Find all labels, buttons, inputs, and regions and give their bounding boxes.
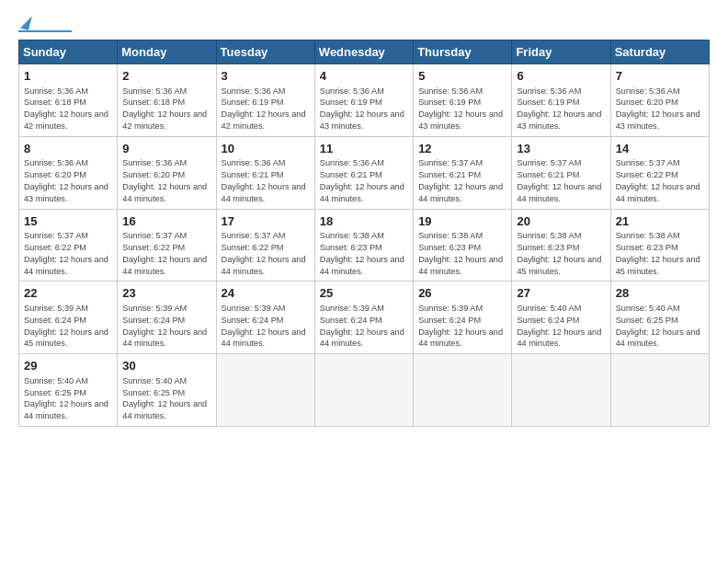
day-number: 22 xyxy=(24,285,112,302)
calendar-header-sunday: Sunday xyxy=(19,40,118,64)
day-info: Sunrise: 5:39 AMSunset: 6:24 PMDaylight:… xyxy=(320,304,404,348)
day-number: 24 xyxy=(222,285,310,302)
day-info: Sunrise: 5:36 AMSunset: 6:19 PMDaylight:… xyxy=(320,86,404,131)
day-info: Sunrise: 5:40 AMSunset: 6:25 PMDaylight:… xyxy=(122,376,207,420)
calendar-day-cell xyxy=(512,354,610,427)
day-info: Sunrise: 5:37 AMSunset: 6:22 PMDaylight:… xyxy=(122,231,207,275)
day-number: 1 xyxy=(24,68,112,85)
day-info: Sunrise: 5:37 AMSunset: 6:21 PMDaylight:… xyxy=(418,158,503,202)
day-info: Sunrise: 5:37 AMSunset: 6:22 PMDaylight:… xyxy=(222,231,306,275)
day-info: Sunrise: 5:36 AMSunset: 6:21 PMDaylight:… xyxy=(222,158,306,202)
day-number: 17 xyxy=(222,213,310,230)
day-info: Sunrise: 5:38 AMSunset: 6:23 PMDaylight:… xyxy=(320,231,404,275)
calendar-table: SundayMondayTuesdayWednesdayThursdayFrid… xyxy=(18,40,710,427)
calendar-day-cell: 13Sunrise: 5:37 AMSunset: 6:21 PMDayligh… xyxy=(512,136,610,209)
day-number: 21 xyxy=(616,213,704,230)
calendar-day-cell: 26Sunrise: 5:39 AMSunset: 6:24 PMDayligh… xyxy=(414,282,512,354)
day-info: Sunrise: 5:36 AMSunset: 6:20 PMDaylight:… xyxy=(24,158,108,202)
day-info: Sunrise: 5:39 AMSunset: 6:24 PMDaylight:… xyxy=(122,304,207,348)
calendar-header-friday: Friday xyxy=(512,40,610,64)
day-info: Sunrise: 5:37 AMSunset: 6:22 PMDaylight:… xyxy=(616,158,700,202)
calendar-day-cell: 10Sunrise: 5:36 AMSunset: 6:21 PMDayligh… xyxy=(216,136,314,209)
day-number: 14 xyxy=(616,141,704,157)
day-number: 10 xyxy=(222,141,310,157)
calendar-day-cell: 1Sunrise: 5:36 AMSunset: 6:18 PMDaylight… xyxy=(19,64,118,137)
calendar-day-cell: 7Sunrise: 5:36 AMSunset: 6:20 PMDaylight… xyxy=(610,64,709,137)
day-number: 25 xyxy=(320,285,408,302)
calendar-day-cell: 11Sunrise: 5:36 AMSunset: 6:21 PMDayligh… xyxy=(314,136,413,209)
calendar-day-cell: 15Sunrise: 5:37 AMSunset: 6:22 PMDayligh… xyxy=(19,209,118,282)
day-number: 20 xyxy=(517,213,605,230)
day-number: 13 xyxy=(517,141,605,157)
day-number: 19 xyxy=(418,213,506,230)
logo-arrow-icon xyxy=(20,14,32,30)
day-info: Sunrise: 5:39 AMSunset: 6:24 PMDaylight:… xyxy=(418,304,503,348)
calendar-day-cell xyxy=(314,354,413,427)
day-info: Sunrise: 5:38 AMSunset: 6:23 PMDaylight:… xyxy=(418,231,503,275)
header xyxy=(18,15,710,32)
calendar-day-cell xyxy=(414,354,512,427)
day-info: Sunrise: 5:36 AMSunset: 6:20 PMDaylight:… xyxy=(122,158,207,202)
calendar-day-cell: 28Sunrise: 5:40 AMSunset: 6:25 PMDayligh… xyxy=(610,282,709,354)
calendar-day-cell: 4Sunrise: 5:36 AMSunset: 6:19 PMDaylight… xyxy=(314,64,413,137)
day-info: Sunrise: 5:39 AMSunset: 6:24 PMDaylight:… xyxy=(24,304,108,348)
day-info: Sunrise: 5:37 AMSunset: 6:21 PMDaylight:… xyxy=(517,158,601,202)
calendar-week-row: 1Sunrise: 5:36 AMSunset: 6:18 PMDaylight… xyxy=(19,64,710,137)
calendar-day-cell: 20Sunrise: 5:38 AMSunset: 6:23 PMDayligh… xyxy=(512,209,610,282)
day-info: Sunrise: 5:38 AMSunset: 6:23 PMDaylight:… xyxy=(616,231,700,275)
day-number: 26 xyxy=(418,285,506,302)
calendar-day-cell: 30Sunrise: 5:40 AMSunset: 6:25 PMDayligh… xyxy=(118,354,216,427)
logo-underline xyxy=(18,30,72,32)
calendar-day-cell xyxy=(610,354,709,427)
day-info: Sunrise: 5:40 AMSunset: 6:25 PMDaylight:… xyxy=(24,376,108,420)
calendar-day-cell: 29Sunrise: 5:40 AMSunset: 6:25 PMDayligh… xyxy=(19,354,118,427)
calendar-day-cell: 27Sunrise: 5:40 AMSunset: 6:24 PMDayligh… xyxy=(512,282,610,354)
day-number: 18 xyxy=(320,213,408,230)
day-number: 12 xyxy=(418,141,506,157)
calendar-day-cell: 2Sunrise: 5:36 AMSunset: 6:18 PMDaylight… xyxy=(118,64,216,137)
calendar-header-thursday: Thursday xyxy=(414,40,512,64)
calendar-header-wednesday: Wednesday xyxy=(314,40,413,64)
day-info: Sunrise: 5:36 AMSunset: 6:19 PMDaylight:… xyxy=(517,86,601,131)
day-number: 6 xyxy=(517,68,605,85)
day-info: Sunrise: 5:39 AMSunset: 6:24 PMDaylight:… xyxy=(222,304,306,348)
day-info: Sunrise: 5:36 AMSunset: 6:19 PMDaylight:… xyxy=(222,86,306,131)
day-info: Sunrise: 5:36 AMSunset: 6:18 PMDaylight:… xyxy=(122,86,207,131)
calendar-day-cell: 14Sunrise: 5:37 AMSunset: 6:22 PMDayligh… xyxy=(610,136,709,209)
logo xyxy=(18,15,72,32)
calendar-week-row: 29Sunrise: 5:40 AMSunset: 6:25 PMDayligh… xyxy=(19,354,710,427)
calendar-day-cell: 17Sunrise: 5:37 AMSunset: 6:22 PMDayligh… xyxy=(216,209,314,282)
calendar-header-monday: Monday xyxy=(118,40,216,64)
day-number: 4 xyxy=(320,68,408,85)
day-info: Sunrise: 5:36 AMSunset: 6:18 PMDaylight:… xyxy=(24,86,108,131)
calendar-day-cell: 12Sunrise: 5:37 AMSunset: 6:21 PMDayligh… xyxy=(414,136,512,209)
calendar-day-cell: 6Sunrise: 5:36 AMSunset: 6:19 PMDaylight… xyxy=(512,64,610,137)
day-number: 29 xyxy=(24,358,112,374)
day-number: 9 xyxy=(122,141,210,157)
day-number: 8 xyxy=(24,141,112,157)
day-number: 16 xyxy=(122,213,210,230)
day-info: Sunrise: 5:37 AMSunset: 6:22 PMDaylight:… xyxy=(24,231,108,275)
calendar-week-row: 8Sunrise: 5:36 AMSunset: 6:20 PMDaylight… xyxy=(19,136,710,209)
day-info: Sunrise: 5:40 AMSunset: 6:24 PMDaylight:… xyxy=(517,304,601,348)
calendar-day-cell: 5Sunrise: 5:36 AMSunset: 6:19 PMDaylight… xyxy=(414,64,512,137)
calendar-day-cell: 25Sunrise: 5:39 AMSunset: 6:24 PMDayligh… xyxy=(314,282,413,354)
day-info: Sunrise: 5:36 AMSunset: 6:21 PMDaylight:… xyxy=(320,158,404,202)
page-container: SundayMondayTuesdayWednesdayThursdayFrid… xyxy=(0,0,728,436)
calendar-day-cell: 24Sunrise: 5:39 AMSunset: 6:24 PMDayligh… xyxy=(216,282,314,354)
calendar-day-cell: 18Sunrise: 5:38 AMSunset: 6:23 PMDayligh… xyxy=(314,209,413,282)
day-number: 11 xyxy=(320,141,408,157)
calendar-day-cell: 19Sunrise: 5:38 AMSunset: 6:23 PMDayligh… xyxy=(414,209,512,282)
calendar-week-row: 15Sunrise: 5:37 AMSunset: 6:22 PMDayligh… xyxy=(19,209,710,282)
calendar-day-cell: 22Sunrise: 5:39 AMSunset: 6:24 PMDayligh… xyxy=(19,282,118,354)
day-number: 5 xyxy=(418,68,506,85)
day-info: Sunrise: 5:40 AMSunset: 6:25 PMDaylight:… xyxy=(616,304,700,348)
day-info: Sunrise: 5:36 AMSunset: 6:19 PMDaylight:… xyxy=(418,86,503,131)
day-number: 2 xyxy=(122,68,210,85)
calendar-day-cell: 21Sunrise: 5:38 AMSunset: 6:23 PMDayligh… xyxy=(610,209,709,282)
day-number: 27 xyxy=(517,285,605,302)
day-number: 28 xyxy=(616,285,704,302)
calendar-day-cell: 16Sunrise: 5:37 AMSunset: 6:22 PMDayligh… xyxy=(118,209,216,282)
day-number: 23 xyxy=(122,285,210,302)
calendar-header-row: SundayMondayTuesdayWednesdayThursdayFrid… xyxy=(19,40,710,64)
